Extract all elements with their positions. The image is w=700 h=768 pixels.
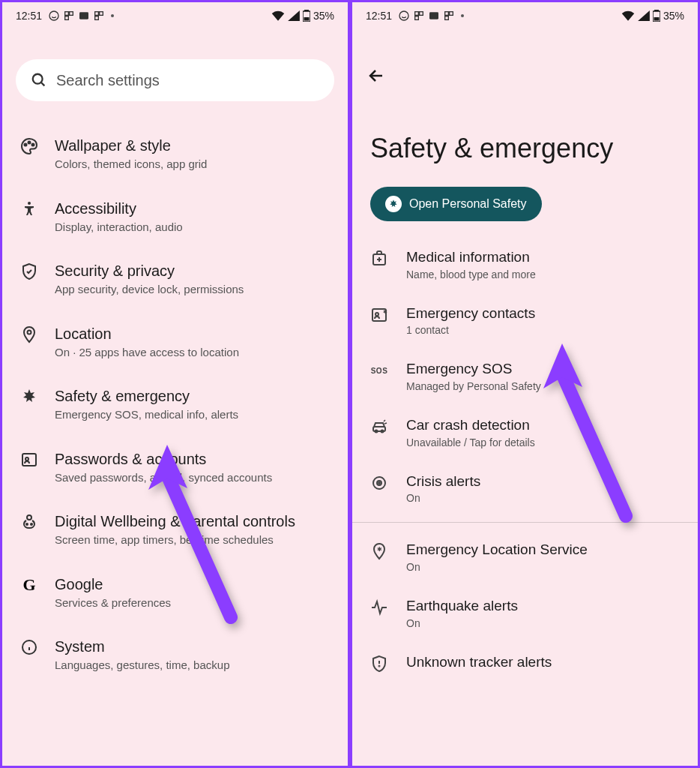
- svg-rect-10: [304, 17, 309, 21]
- safety-item-crisis[interactable]: Crisis alertsOn: [370, 460, 680, 517]
- svg-point-42: [375, 313, 378, 316]
- item-subtitle: Emergency SOS, medical info, alerts: [55, 407, 330, 422]
- safety-item-crash[interactable]: Car crash detectionUnavailable / Tap for…: [370, 404, 680, 460]
- location-icon: [20, 326, 38, 344]
- svg-rect-27: [415, 12, 419, 16]
- wifi-icon: [271, 10, 285, 21]
- asterisk-icon: [385, 196, 402, 212]
- svg-rect-6: [100, 12, 103, 16]
- account-icon: [20, 451, 38, 469]
- item-title: Location: [55, 324, 330, 344]
- item-subtitle: 1 contact: [406, 324, 680, 336]
- item-subtitle: On: [406, 561, 680, 573]
- safety-item-earthquake[interactable]: Earthquake alertsOn: [370, 585, 680, 641]
- palette-icon: [20, 137, 38, 155]
- svg-rect-1: [65, 12, 69, 16]
- phone-right: 12:51 35% Safety & emergency Open Person…: [350, 0, 700, 768]
- settings-item-passwords[interactable]: Passwords & accountsSaved passwords, aut…: [16, 436, 334, 499]
- status-app-icons: [48, 10, 105, 22]
- safety-item-tracker[interactable]: Unknown tracker alerts: [370, 641, 680, 686]
- svg-rect-36: [654, 17, 659, 21]
- svg-rect-7: [95, 16, 99, 20]
- item-subtitle: Saved passwords, autofill, synced accoun…: [55, 470, 330, 485]
- item-title: Wallpaper & style: [55, 136, 330, 155]
- page-title: Safety & emergency: [352, 95, 698, 187]
- svg-rect-5: [95, 12, 99, 16]
- item-title: Safety & emergency: [55, 386, 330, 406]
- signal-icon: [638, 10, 650, 21]
- item-subtitle: App security, device lock, permissions: [55, 282, 330, 297]
- search-input[interactable]: [56, 72, 319, 89]
- item-title: Emergency Location Service: [406, 541, 680, 560]
- svg-text:✱: ✱: [377, 546, 382, 553]
- item-title: Google: [55, 574, 330, 594]
- svg-rect-3: [65, 16, 69, 20]
- settings-item-wellbeing[interactable]: Digital Wellbeing & parental controlsScr…: [16, 498, 334, 561]
- item-subtitle: Screen time, app timers, bedtime schedul…: [55, 532, 330, 548]
- settings-item-security[interactable]: Security & privacyApp security, device l…: [16, 248, 334, 310]
- svg-point-17: [28, 330, 31, 334]
- phone-left: 12:51 35% Wallpaper & styleColors, theme…: [0, 0, 350, 768]
- svg-point-49: [378, 482, 380, 484]
- svg-rect-2: [70, 12, 73, 16]
- item-subtitle: Managed by Personal Safety: [406, 380, 680, 392]
- battery-icon: [303, 10, 310, 22]
- google-icon: G: [20, 576, 38, 594]
- status-app-icons: [398, 10, 455, 22]
- item-title: Medical information: [406, 248, 680, 267]
- settings-item-safety[interactable]: Safety & emergencyEmergency SOS, medical…: [16, 373, 334, 436]
- svg-point-22: [31, 524, 32, 525]
- open-personal-safety-button[interactable]: Open Personal Safety: [370, 187, 542, 221]
- settings-list: Wallpaper & styleColors, themed icons, a…: [2, 122, 348, 686]
- safety-item-els[interactable]: ✱ Emergency Location ServiceOn: [370, 529, 680, 585]
- car-crash-icon: [370, 418, 388, 436]
- app-icon: [93, 10, 105, 22]
- svg-line-12: [41, 82, 45, 86]
- svg-rect-18: [22, 454, 36, 466]
- settings-item-wallpaper[interactable]: Wallpaper & styleColors, themed icons, a…: [16, 122, 334, 185]
- item-title: Crisis alerts: [406, 472, 680, 491]
- app-icon: [63, 10, 75, 22]
- wellbeing-icon: [20, 513, 38, 531]
- sos-icon: SOS: [370, 362, 388, 380]
- settings-item-system[interactable]: SystemLanguages, gestures, time, backup: [16, 623, 334, 686]
- item-title: Security & privacy: [55, 261, 330, 280]
- safety-item-sos[interactable]: SOS Emergency SOSManaged by Personal Saf…: [370, 348, 680, 404]
- settings-item-accessibility[interactable]: AccessibilityDisplay, interaction, audio: [16, 185, 334, 248]
- app-icon: [443, 10, 455, 22]
- item-subtitle: On: [406, 617, 680, 629]
- item-title: System: [55, 637, 330, 656]
- item-title: Accessibility: [55, 199, 330, 218]
- settings-item-location[interactable]: LocationOn · 25 apps have access to loca…: [16, 310, 334, 374]
- svg-rect-4: [79, 12, 88, 19]
- item-title: Passwords & accounts: [55, 449, 330, 469]
- safety-item-medical[interactable]: Medical informationName, blood type and …: [370, 236, 680, 292]
- svg-point-46: [381, 430, 384, 433]
- settings-item-google[interactable]: G GoogleServices & preferences: [16, 561, 334, 624]
- search-icon: [31, 72, 47, 88]
- status-dot: [111, 14, 114, 17]
- item-title: Unknown tracker alerts: [406, 653, 680, 672]
- status-bar: 12:51 35%: [352, 2, 698, 29]
- search-bar[interactable]: [16, 59, 334, 101]
- item-subtitle: On · 25 apps have access to location: [55, 345, 330, 360]
- svg-rect-29: [415, 16, 419, 20]
- safety-list: Medical informationName, blood type and …: [352, 236, 698, 516]
- back-arrow-icon: [367, 67, 385, 85]
- svg-rect-33: [445, 16, 449, 20]
- emergency-icon: [20, 388, 38, 406]
- svg-point-19: [25, 458, 28, 460]
- status-time: 12:51: [366, 10, 392, 22]
- app-icon: [428, 10, 440, 22]
- back-button[interactable]: [352, 29, 698, 95]
- svg-rect-31: [445, 12, 449, 16]
- svg-point-0: [49, 11, 58, 20]
- svg-point-20: [27, 515, 31, 520]
- svg-point-15: [32, 144, 34, 146]
- svg-point-11: [33, 74, 43, 84]
- item-subtitle: On: [406, 492, 680, 504]
- chip-label: Open Personal Safety: [409, 197, 527, 211]
- status-time: 12:51: [16, 10, 42, 22]
- safety-item-contacts[interactable]: ✱ Emergency contacts1 contact: [370, 292, 680, 349]
- item-title: Emergency contacts: [406, 304, 680, 323]
